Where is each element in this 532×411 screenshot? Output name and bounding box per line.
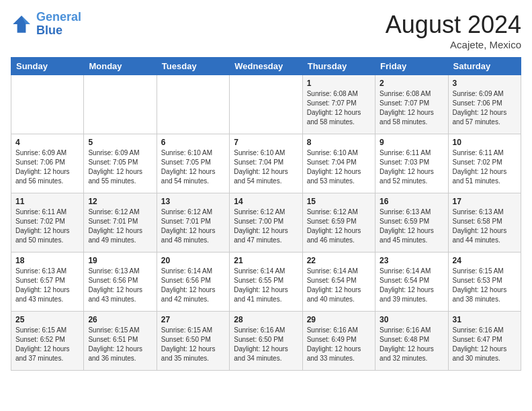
day-info: Sunrise: 6:14 AM Sunset: 6:54 PM Dayligh… (307, 267, 371, 304)
day-number: 29 (307, 315, 371, 324)
day-number: 4 (15, 138, 79, 147)
day-info: Sunrise: 6:08 AM Sunset: 7:07 PM Dayligh… (380, 89, 443, 127)
day-number: 17 (453, 197, 517, 206)
day-cell-14: 14Sunrise: 6:12 AM Sunset: 7:00 PM Dayli… (230, 193, 302, 253)
day-info: Sunrise: 6:09 AM Sunset: 7:06 PM Dayligh… (15, 148, 79, 186)
day-info: Sunrise: 6:12 AM Sunset: 7:01 PM Dayligh… (88, 208, 152, 245)
day-number: 10 (453, 138, 517, 147)
day-number: 31 (453, 315, 517, 324)
day-info: Sunrise: 6:09 AM Sunset: 7:06 PM Dayligh… (453, 89, 517, 127)
calendar-body: 1Sunrise: 6:08 AM Sunset: 7:07 PM Daylig… (11, 75, 521, 371)
day-cell-31: 31Sunrise: 6:16 AM Sunset: 6:47 PM Dayli… (448, 312, 521, 371)
day-info: Sunrise: 6:13 AM Sunset: 6:56 PM Dayligh… (88, 267, 152, 304)
logo-line1: General (36, 10, 81, 24)
day-number: 30 (380, 315, 443, 324)
day-cell-22: 22Sunrise: 6:14 AM Sunset: 6:54 PM Dayli… (302, 253, 375, 312)
day-info: Sunrise: 6:14 AM Sunset: 6:56 PM Dayligh… (161, 267, 225, 304)
logo-icon (11, 13, 32, 35)
day-number: 12 (88, 197, 152, 206)
day-cell-1: 1Sunrise: 6:08 AM Sunset: 7:07 PM Daylig… (302, 75, 375, 134)
day-number: 5 (88, 138, 152, 147)
day-cell-30: 30Sunrise: 6:16 AM Sunset: 6:48 PM Dayli… (375, 312, 448, 371)
day-number: 6 (161, 138, 225, 147)
day-cell-8: 8Sunrise: 6:10 AM Sunset: 7:04 PM Daylig… (302, 134, 375, 193)
day-number: 2 (380, 79, 443, 88)
day-cell-24: 24Sunrise: 6:15 AM Sunset: 6:53 PM Dayli… (448, 253, 521, 312)
day-info: Sunrise: 6:14 AM Sunset: 6:55 PM Dayligh… (234, 267, 298, 304)
weekday-header-row: SundayMondayTuesdayWednesdayThursdayFrid… (11, 58, 521, 75)
day-info: Sunrise: 6:16 AM Sunset: 6:50 PM Dayligh… (234, 326, 298, 363)
logo: General Blue (11, 11, 81, 38)
day-number: 1 (307, 79, 371, 88)
weekday-friday: Friday (375, 58, 448, 75)
day-number: 20 (161, 256, 225, 265)
title-block: August 2024 Acajete, Mexico (386, 11, 521, 50)
day-number: 8 (307, 138, 371, 147)
day-info: Sunrise: 6:16 AM Sunset: 6:47 PM Dayligh… (453, 326, 517, 363)
day-number: 15 (307, 197, 371, 206)
day-info: Sunrise: 6:16 AM Sunset: 6:48 PM Dayligh… (380, 326, 443, 363)
day-number: 23 (380, 256, 443, 265)
weekday-tuesday: Tuesday (157, 58, 229, 75)
day-cell-2: 2Sunrise: 6:08 AM Sunset: 7:07 PM Daylig… (375, 75, 448, 134)
day-info: Sunrise: 6:12 AM Sunset: 7:01 PM Dayligh… (161, 208, 225, 245)
day-cell-29: 29Sunrise: 6:16 AM Sunset: 6:49 PM Dayli… (302, 312, 375, 371)
day-cell-4: 4Sunrise: 6:09 AM Sunset: 7:06 PM Daylig… (11, 134, 84, 193)
day-info: Sunrise: 6:13 AM Sunset: 6:59 PM Dayligh… (380, 208, 443, 245)
weekday-monday: Monday (84, 58, 157, 75)
day-info: Sunrise: 6:16 AM Sunset: 6:49 PM Dayligh… (307, 326, 371, 363)
weekday-saturday: Saturday (448, 58, 521, 75)
day-cell-7: 7Sunrise: 6:10 AM Sunset: 7:04 PM Daylig… (230, 134, 302, 193)
day-cell-13: 13Sunrise: 6:12 AM Sunset: 7:01 PM Dayli… (157, 193, 229, 253)
page-header: General Blue August 2024 Acajete, Mexico (11, 11, 521, 50)
week-row-3: 11Sunrise: 6:11 AM Sunset: 7:02 PM Dayli… (11, 193, 521, 253)
day-info: Sunrise: 6:13 AM Sunset: 6:57 PM Dayligh… (15, 267, 79, 304)
day-number: 28 (234, 315, 298, 324)
day-info: Sunrise: 6:12 AM Sunset: 6:59 PM Dayligh… (307, 208, 371, 245)
day-info: Sunrise: 6:10 AM Sunset: 7:04 PM Dayligh… (307, 148, 371, 186)
day-cell-17: 17Sunrise: 6:13 AM Sunset: 6:58 PM Dayli… (448, 193, 521, 253)
day-cell-9: 9Sunrise: 6:11 AM Sunset: 7:03 PM Daylig… (375, 134, 448, 193)
week-row-2: 4Sunrise: 6:09 AM Sunset: 7:06 PM Daylig… (11, 134, 521, 193)
week-row-4: 18Sunrise: 6:13 AM Sunset: 6:57 PM Dayli… (11, 253, 521, 312)
day-info: Sunrise: 6:12 AM Sunset: 7:00 PM Dayligh… (234, 208, 298, 245)
day-cell-15: 15Sunrise: 6:12 AM Sunset: 6:59 PM Dayli… (302, 193, 375, 253)
day-info: Sunrise: 6:11 AM Sunset: 7:02 PM Dayligh… (453, 148, 517, 186)
day-number: 21 (234, 256, 298, 265)
logo-text: General Blue (36, 11, 81, 38)
day-info: Sunrise: 6:15 AM Sunset: 6:52 PM Dayligh… (15, 326, 79, 363)
day-cell-28: 28Sunrise: 6:16 AM Sunset: 6:50 PM Dayli… (230, 312, 302, 371)
day-number: 9 (380, 138, 443, 147)
weekday-wednesday: Wednesday (230, 58, 302, 75)
day-cell-5: 5Sunrise: 6:09 AM Sunset: 7:05 PM Daylig… (84, 134, 157, 193)
day-number: 7 (234, 138, 298, 147)
day-cell-19: 19Sunrise: 6:13 AM Sunset: 6:56 PM Dayli… (84, 253, 157, 312)
day-cell-25: 25Sunrise: 6:15 AM Sunset: 6:52 PM Dayli… (11, 312, 84, 371)
weekday-sunday: Sunday (11, 58, 84, 75)
empty-cell (11, 75, 84, 134)
day-info: Sunrise: 6:13 AM Sunset: 6:58 PM Dayligh… (453, 208, 517, 245)
day-cell-26: 26Sunrise: 6:15 AM Sunset: 6:51 PM Dayli… (84, 312, 157, 371)
day-number: 22 (307, 256, 371, 265)
calendar-table: SundayMondayTuesdayWednesdayThursdayFrid… (11, 57, 521, 371)
day-number: 11 (15, 197, 79, 206)
day-cell-23: 23Sunrise: 6:14 AM Sunset: 6:54 PM Dayli… (375, 253, 448, 312)
day-cell-10: 10Sunrise: 6:11 AM Sunset: 7:02 PM Dayli… (448, 134, 521, 193)
day-info: Sunrise: 6:15 AM Sunset: 6:51 PM Dayligh… (88, 326, 152, 363)
week-row-1: 1Sunrise: 6:08 AM Sunset: 7:07 PM Daylig… (11, 75, 521, 134)
location: Acajete, Mexico (386, 39, 521, 50)
day-info: Sunrise: 6:08 AM Sunset: 7:07 PM Dayligh… (307, 89, 371, 127)
day-number: 27 (161, 315, 225, 324)
empty-cell (84, 75, 157, 134)
day-info: Sunrise: 6:15 AM Sunset: 6:53 PM Dayligh… (453, 267, 517, 304)
empty-cell (230, 75, 302, 134)
day-info: Sunrise: 6:09 AM Sunset: 7:05 PM Dayligh… (88, 148, 152, 186)
month-title: August 2024 (386, 11, 521, 39)
day-info: Sunrise: 6:11 AM Sunset: 7:03 PM Dayligh… (380, 148, 443, 186)
day-cell-20: 20Sunrise: 6:14 AM Sunset: 6:56 PM Dayli… (157, 253, 229, 312)
day-cell-3: 3Sunrise: 6:09 AM Sunset: 7:06 PM Daylig… (448, 75, 521, 134)
day-number: 16 (380, 197, 443, 206)
day-cell-27: 27Sunrise: 6:15 AM Sunset: 6:50 PM Dayli… (157, 312, 229, 371)
weekday-thursday: Thursday (302, 58, 375, 75)
day-number: 25 (15, 315, 79, 324)
